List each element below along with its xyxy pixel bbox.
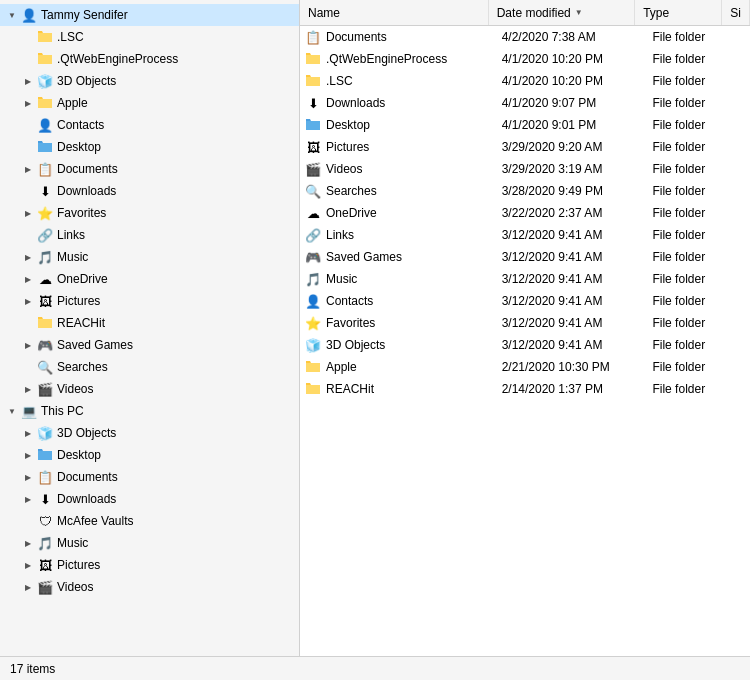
expand-arrow-documents[interactable]: ▶ bbox=[20, 165, 36, 174]
file-row[interactable]: ⬇Downloads4/1/2020 9:07 PMFile folder bbox=[300, 92, 750, 114]
tree-item-lsc[interactable]: .LSC bbox=[0, 26, 299, 48]
tree-item-links[interactable]: 🔗Links bbox=[0, 224, 299, 246]
tree-label-3dobjects2: 3D Objects bbox=[57, 426, 116, 440]
tree-item-pictures2[interactable]: ▶🖼Pictures bbox=[0, 554, 299, 576]
searches-icon: 🔍 bbox=[304, 184, 322, 199]
3d-icon: 🧊 bbox=[36, 426, 54, 441]
tree-label-music: Music bbox=[57, 250, 88, 264]
file-row[interactable]: 🎮Saved Games3/12/2020 9:41 AMFile folder bbox=[300, 246, 750, 268]
expand-arrow-favorites[interactable]: ▶ bbox=[20, 209, 36, 218]
expand-arrow-tammy[interactable]: ▼ bbox=[4, 11, 20, 20]
tree-item-mcafee[interactable]: 🛡McAfee Vaults bbox=[0, 510, 299, 532]
tree-label-videos2: Videos bbox=[57, 580, 93, 594]
tree-item-music[interactable]: ▶🎵Music bbox=[0, 246, 299, 268]
expand-arrow-downloads2[interactable]: ▶ bbox=[20, 495, 36, 504]
col-header-size[interactable]: Si bbox=[722, 0, 750, 25]
file-name-label: .LSC bbox=[326, 74, 353, 88]
file-name-label: Apple bbox=[326, 360, 357, 374]
file-row[interactable]: Desktop4/1/2020 9:01 PMFile folder bbox=[300, 114, 750, 136]
tree-item-searches[interactable]: 🔍Searches bbox=[0, 356, 299, 378]
file-col-name: 🎵Music bbox=[300, 272, 494, 287]
file-row[interactable]: ☁OneDrive3/22/2020 2:37 AMFile folder bbox=[300, 202, 750, 224]
expand-arrow-desktop2[interactable]: ▶ bbox=[20, 451, 36, 460]
tree-item-3dobjects2[interactable]: ▶🧊3D Objects bbox=[0, 422, 299, 444]
expand-arrow-savedgames[interactable]: ▶ bbox=[20, 341, 36, 350]
tree-item-contacts[interactable]: 👤Contacts bbox=[0, 114, 299, 136]
file-col-date: 3/12/2020 9:41 AM bbox=[494, 294, 645, 308]
tree-item-onedrive[interactable]: ▶☁OneDrive bbox=[0, 268, 299, 290]
tree-item-documents2[interactable]: ▶📋Documents bbox=[0, 466, 299, 488]
expand-arrow-3dobjects2[interactable]: ▶ bbox=[20, 429, 36, 438]
file-row[interactable]: 🖼Pictures3/29/2020 9:20 AMFile folder bbox=[300, 136, 750, 158]
tree-item-music2[interactable]: ▶🎵Music bbox=[0, 532, 299, 554]
tree-item-downloads2[interactable]: ▶⬇Downloads bbox=[0, 488, 299, 510]
tree-item-desktop[interactable]: Desktop bbox=[0, 136, 299, 158]
tree-item-documents[interactable]: ▶📋Documents bbox=[0, 158, 299, 180]
file-row[interactable]: 🔍Searches3/28/2020 9:49 PMFile folder bbox=[300, 180, 750, 202]
file-list[interactable]: 📋Documents4/2/2020 7:38 AMFile folder.Qt… bbox=[300, 26, 750, 656]
tree-item-3dobjects[interactable]: ▶🧊3D Objects bbox=[0, 70, 299, 92]
file-col-type: File folder bbox=[644, 74, 734, 88]
file-name-label: OneDrive bbox=[326, 206, 377, 220]
tree-label-lsc: .LSC bbox=[57, 30, 84, 44]
file-col-type: File folder bbox=[644, 140, 734, 154]
file-row[interactable]: 📋Documents4/2/2020 7:38 AMFile folder bbox=[300, 26, 750, 48]
expand-arrow-apple[interactable]: ▶ bbox=[20, 99, 36, 108]
right-panel: Name Date modified ▼ Type Si 📋Documents4… bbox=[300, 0, 750, 656]
tree-item-apple[interactable]: ▶Apple bbox=[0, 92, 299, 114]
col-header-type[interactable]: Type bbox=[635, 0, 722, 25]
music-icon: 🎵 bbox=[36, 536, 54, 551]
tree-item-thispc[interactable]: ▼💻This PC bbox=[0, 400, 299, 422]
file-row[interactable]: REACHit2/14/2020 1:37 PMFile folder bbox=[300, 378, 750, 400]
file-name-label: Favorites bbox=[326, 316, 375, 330]
file-row[interactable]: ⭐Favorites3/12/2020 9:41 AMFile folder bbox=[300, 312, 750, 334]
col-type-label: Type bbox=[643, 6, 669, 20]
expand-arrow-videos[interactable]: ▶ bbox=[20, 385, 36, 394]
expand-arrow-documents2[interactable]: ▶ bbox=[20, 473, 36, 482]
file-col-type: File folder bbox=[644, 118, 734, 132]
column-headers: Name Date modified ▼ Type Si bbox=[300, 0, 750, 26]
tree-item-videos[interactable]: ▶🎬Videos bbox=[0, 378, 299, 400]
file-col-name: 🖼Pictures bbox=[300, 140, 494, 155]
expand-arrow-videos2[interactable]: ▶ bbox=[20, 583, 36, 592]
favorites-icon: ⭐ bbox=[304, 316, 322, 331]
tree-item-pictures[interactable]: ▶🖼Pictures bbox=[0, 290, 299, 312]
file-row[interactable]: Apple2/21/2020 10:30 PMFile folder bbox=[300, 356, 750, 378]
expand-arrow-music2[interactable]: ▶ bbox=[20, 539, 36, 548]
file-name-label: .QtWebEngineProcess bbox=[326, 52, 447, 66]
main-container: ▼👤Tammy Sendifer.LSC.QtWebEngineProcess▶… bbox=[0, 0, 750, 656]
left-panel[interactable]: ▼👤Tammy Sendifer.LSC.QtWebEngineProcess▶… bbox=[0, 0, 300, 656]
file-col-name: ☁OneDrive bbox=[300, 206, 494, 221]
file-col-date: 3/12/2020 9:41 AM bbox=[494, 338, 645, 352]
tree-label-links: Links bbox=[57, 228, 85, 242]
status-text: 17 items bbox=[10, 662, 55, 676]
tree-item-savedgames[interactable]: ▶🎮Saved Games bbox=[0, 334, 299, 356]
expand-arrow-onedrive[interactable]: ▶ bbox=[20, 275, 36, 284]
file-row[interactable]: 🔗Links3/12/2020 9:41 AMFile folder bbox=[300, 224, 750, 246]
tree-item-favorites[interactable]: ▶⭐Favorites bbox=[0, 202, 299, 224]
expand-arrow-music[interactable]: ▶ bbox=[20, 253, 36, 262]
tree-item-tammy[interactable]: ▼👤Tammy Sendifer bbox=[0, 4, 299, 26]
tree-label-mcafee: McAfee Vaults bbox=[57, 514, 133, 528]
file-row[interactable]: 🎬Videos3/29/2020 3:19 AMFile folder bbox=[300, 158, 750, 180]
expand-arrow-pictures2[interactable]: ▶ bbox=[20, 561, 36, 570]
file-row[interactable]: 👤Contacts3/12/2020 9:41 AMFile folder bbox=[300, 290, 750, 312]
expand-arrow-thispc[interactable]: ▼ bbox=[4, 407, 20, 416]
documents-icon: 📋 bbox=[304, 30, 322, 45]
col-header-name[interactable]: Name bbox=[300, 0, 489, 25]
tree-item-qtwebengine[interactable]: .QtWebEngineProcess bbox=[0, 48, 299, 70]
tree-item-reachit[interactable]: REACHit bbox=[0, 312, 299, 334]
file-row[interactable]: .LSC4/1/2020 10:20 PMFile folder bbox=[300, 70, 750, 92]
tree-item-desktop2[interactable]: ▶Desktop bbox=[0, 444, 299, 466]
tree-item-downloads[interactable]: ⬇Downloads bbox=[0, 180, 299, 202]
col-header-date[interactable]: Date modified ▼ bbox=[489, 0, 635, 25]
tree-label-downloads2: Downloads bbox=[57, 492, 116, 506]
onedrive-icon: ☁ bbox=[36, 272, 54, 287]
file-name-label: Videos bbox=[326, 162, 362, 176]
expand-arrow-pictures[interactable]: ▶ bbox=[20, 297, 36, 306]
tree-item-videos2[interactable]: ▶🎬Videos bbox=[0, 576, 299, 598]
expand-arrow-3dobjects[interactable]: ▶ bbox=[20, 77, 36, 86]
file-row[interactable]: 🎵Music3/12/2020 9:41 AMFile folder bbox=[300, 268, 750, 290]
file-row[interactable]: .QtWebEngineProcess4/1/2020 10:20 PMFile… bbox=[300, 48, 750, 70]
file-row[interactable]: 🧊3D Objects3/12/2020 9:41 AMFile folder bbox=[300, 334, 750, 356]
